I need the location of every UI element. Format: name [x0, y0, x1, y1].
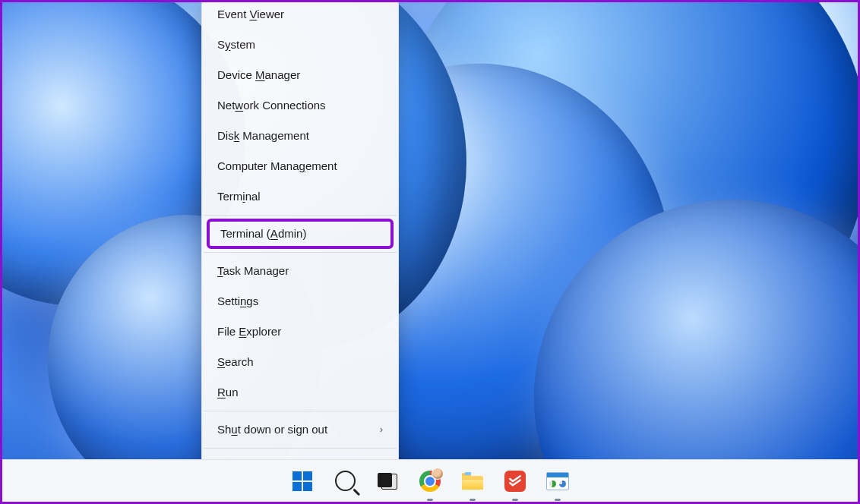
annotation-frame — [0, 0, 860, 504]
